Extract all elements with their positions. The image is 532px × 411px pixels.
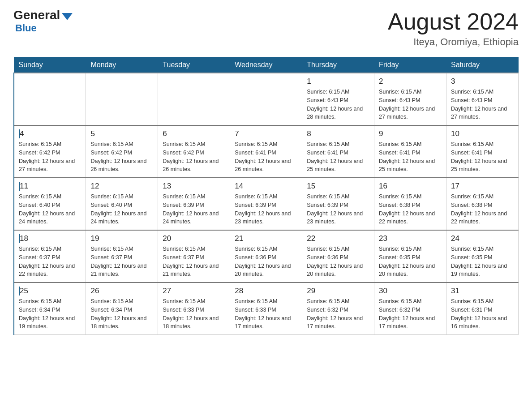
day-number: 27 [163, 287, 225, 295]
table-row: 23Sunrise: 6:15 AM Sunset: 6:35 PM Dayli… [374, 230, 446, 283]
day-number: 24 [451, 234, 514, 243]
table-row: 14Sunrise: 6:15 AM Sunset: 6:39 PM Dayli… [230, 178, 302, 230]
day-number: 12 [90, 182, 153, 191]
day-number: 14 [235, 182, 297, 191]
day-info: Sunrise: 6:15 AM Sunset: 6:42 PM Dayligh… [90, 140, 153, 174]
table-row: 25Sunrise: 6:15 AM Sunset: 6:34 PM Dayli… [14, 283, 86, 335]
day-info: Sunrise: 6:15 AM Sunset: 6:42 PM Dayligh… [19, 140, 81, 174]
day-number: 17 [451, 182, 514, 191]
day-info: Sunrise: 6:15 AM Sunset: 6:40 PM Dayligh… [90, 193, 153, 226]
table-row: 4Sunrise: 6:15 AM Sunset: 6:42 PM Daylig… [14, 125, 86, 178]
day-info: Sunrise: 6:15 AM Sunset: 6:43 PM Dayligh… [451, 88, 514, 121]
day-number: 31 [451, 287, 514, 295]
th-monday: Monday [86, 57, 158, 73]
calendar-week-row: 25Sunrise: 6:15 AM Sunset: 6:34 PM Dayli… [14, 283, 519, 335]
day-info: Sunrise: 6:15 AM Sunset: 6:38 PM Dayligh… [451, 193, 514, 226]
calendar-week-row: 11Sunrise: 6:15 AM Sunset: 6:40 PM Dayli… [14, 178, 519, 230]
day-number: 9 [379, 129, 442, 138]
table-row: 8Sunrise: 6:15 AM Sunset: 6:41 PM Daylig… [302, 125, 374, 178]
day-number: 25 [19, 287, 81, 295]
day-number: 30 [379, 287, 442, 295]
day-info: Sunrise: 6:15 AM Sunset: 6:35 PM Dayligh… [451, 245, 514, 278]
day-number: 29 [307, 287, 369, 295]
day-number: 7 [235, 129, 297, 138]
table-row: 26Sunrise: 6:15 AM Sunset: 6:34 PM Dayli… [86, 283, 158, 335]
header-row: Sunday Monday Tuesday Wednesday Thursday… [14, 57, 519, 73]
table-row: 21Sunrise: 6:15 AM Sunset: 6:36 PM Dayli… [230, 230, 302, 283]
table-row [14, 73, 86, 125]
calendar-week-row: 1Sunrise: 6:15 AM Sunset: 6:43 PM Daylig… [14, 73, 519, 125]
day-info: Sunrise: 6:15 AM Sunset: 6:41 PM Dayligh… [379, 140, 442, 174]
title-block: August 2024 Iteya, Oromiya, Ethiopia [388, 9, 519, 48]
day-number: 5 [90, 129, 153, 138]
day-number: 16 [379, 182, 442, 191]
calendar-table: Sunday Monday Tuesday Wednesday Thursday… [13, 57, 519, 335]
day-number: 4 [19, 129, 81, 138]
table-row [158, 73, 230, 125]
table-row: 16Sunrise: 6:15 AM Sunset: 6:38 PM Dayli… [374, 178, 446, 230]
day-number: 21 [235, 234, 297, 243]
calendar-body: 1Sunrise: 6:15 AM Sunset: 6:43 PM Daylig… [14, 73, 519, 335]
table-row [86, 73, 158, 125]
table-row: 24Sunrise: 6:15 AM Sunset: 6:35 PM Dayli… [446, 230, 519, 283]
day-number: 3 [451, 77, 514, 86]
th-sunday: Sunday [14, 57, 86, 73]
day-number: 19 [90, 234, 153, 243]
table-row: 15Sunrise: 6:15 AM Sunset: 6:39 PM Dayli… [302, 178, 374, 230]
day-info: Sunrise: 6:15 AM Sunset: 6:41 PM Dayligh… [307, 140, 369, 174]
logo: General Blue [13, 9, 73, 34]
day-info: Sunrise: 6:15 AM Sunset: 6:42 PM Dayligh… [163, 140, 225, 174]
day-info: Sunrise: 6:15 AM Sunset: 6:39 PM Dayligh… [307, 193, 369, 226]
month-title: August 2024 [388, 9, 519, 34]
th-thursday: Thursday [302, 57, 374, 73]
day-info: Sunrise: 6:15 AM Sunset: 6:41 PM Dayligh… [235, 140, 297, 174]
table-row: 18Sunrise: 6:15 AM Sunset: 6:37 PM Dayli… [14, 230, 86, 283]
table-row: 29Sunrise: 6:15 AM Sunset: 6:32 PM Dayli… [302, 283, 374, 335]
th-friday: Friday [374, 57, 446, 73]
day-number: 15 [307, 182, 369, 191]
table-row: 28Sunrise: 6:15 AM Sunset: 6:33 PM Dayli… [230, 283, 302, 335]
table-row: 11Sunrise: 6:15 AM Sunset: 6:40 PM Dayli… [14, 178, 86, 230]
day-info: Sunrise: 6:15 AM Sunset: 6:43 PM Dayligh… [307, 88, 369, 121]
calendar-week-row: 18Sunrise: 6:15 AM Sunset: 6:37 PM Dayli… [14, 230, 519, 283]
table-row: 13Sunrise: 6:15 AM Sunset: 6:39 PM Dayli… [158, 178, 230, 230]
day-number: 20 [163, 234, 225, 243]
logo-blue-text: Blue [15, 22, 37, 34]
table-row: 7Sunrise: 6:15 AM Sunset: 6:41 PM Daylig… [230, 125, 302, 178]
day-info: Sunrise: 6:15 AM Sunset: 6:31 PM Dayligh… [451, 297, 514, 331]
table-row [230, 73, 302, 125]
day-info: Sunrise: 6:15 AM Sunset: 6:33 PM Dayligh… [235, 297, 297, 331]
calendar-week-row: 4Sunrise: 6:15 AM Sunset: 6:42 PM Daylig… [14, 125, 519, 178]
day-number: 22 [307, 234, 369, 243]
table-row: 30Sunrise: 6:15 AM Sunset: 6:32 PM Dayli… [374, 283, 446, 335]
day-info: Sunrise: 6:15 AM Sunset: 6:34 PM Dayligh… [19, 297, 81, 331]
day-number: 6 [163, 129, 225, 138]
day-info: Sunrise: 6:15 AM Sunset: 6:37 PM Dayligh… [163, 245, 225, 278]
day-info: Sunrise: 6:15 AM Sunset: 6:36 PM Dayligh… [235, 245, 297, 278]
day-number: 11 [19, 182, 81, 191]
day-info: Sunrise: 6:15 AM Sunset: 6:32 PM Dayligh… [307, 297, 369, 331]
day-info: Sunrise: 6:15 AM Sunset: 6:38 PM Dayligh… [379, 193, 442, 226]
day-number: 18 [19, 234, 81, 243]
day-info: Sunrise: 6:15 AM Sunset: 6:41 PM Dayligh… [451, 140, 514, 174]
day-number: 10 [451, 129, 514, 138]
table-row: 9Sunrise: 6:15 AM Sunset: 6:41 PM Daylig… [374, 125, 446, 178]
day-number: 26 [90, 287, 153, 295]
day-info: Sunrise: 6:15 AM Sunset: 6:39 PM Dayligh… [235, 193, 297, 226]
table-row: 12Sunrise: 6:15 AM Sunset: 6:40 PM Dayli… [86, 178, 158, 230]
logo-general-text: General [13, 9, 60, 21]
day-info: Sunrise: 6:15 AM Sunset: 6:39 PM Dayligh… [163, 193, 225, 226]
table-row: 6Sunrise: 6:15 AM Sunset: 6:42 PM Daylig… [158, 125, 230, 178]
table-row: 10Sunrise: 6:15 AM Sunset: 6:41 PM Dayli… [446, 125, 519, 178]
logo-arrow-icon [62, 13, 73, 20]
day-number: 2 [379, 77, 442, 86]
day-number: 13 [163, 182, 225, 191]
table-row: 5Sunrise: 6:15 AM Sunset: 6:42 PM Daylig… [86, 125, 158, 178]
th-saturday: Saturday [446, 57, 519, 73]
day-info: Sunrise: 6:15 AM Sunset: 6:37 PM Dayligh… [19, 245, 81, 278]
page-header: General Blue August 2024 Iteya, Oromiya,… [13, 9, 519, 48]
th-wednesday: Wednesday [230, 57, 302, 73]
day-number: 8 [307, 129, 369, 138]
table-row: 2Sunrise: 6:15 AM Sunset: 6:43 PM Daylig… [374, 73, 446, 125]
table-row: 20Sunrise: 6:15 AM Sunset: 6:37 PM Dayli… [158, 230, 230, 283]
